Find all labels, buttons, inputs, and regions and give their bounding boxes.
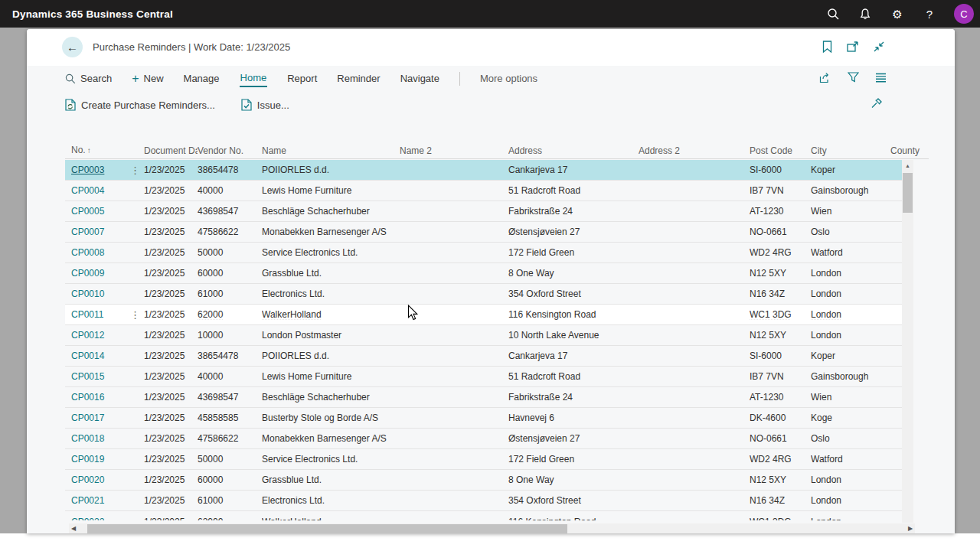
scroll-right-arrow[interactable]: ▶ xyxy=(906,523,915,533)
cell-name2 xyxy=(400,511,508,517)
back-arrow-icon: ← xyxy=(67,41,78,54)
cell-no[interactable]: CP0019 xyxy=(71,454,130,465)
cell-date: 1/23/2025 xyxy=(144,247,198,258)
help-icon[interactable]: ? xyxy=(922,6,937,21)
back-button[interactable]: ← xyxy=(62,37,83,57)
cell-name: London Postmaster xyxy=(262,330,400,341)
menu-navigate[interactable]: Navigate xyxy=(400,73,439,84)
menu-home[interactable]: Home xyxy=(240,70,268,87)
bookmark-icon[interactable] xyxy=(820,40,834,54)
cell-no[interactable]: CP0008 xyxy=(71,247,130,258)
cell-city: Gainsborough xyxy=(811,185,890,196)
table-row[interactable]: CP0003⋮1/23/202538654478POIIORLES d.d.Ca… xyxy=(65,160,902,181)
user-avatar[interactable]: C xyxy=(954,4,974,24)
menu-reminder[interactable]: Reminder xyxy=(337,73,380,84)
cell-no[interactable]: CP0016 xyxy=(71,392,130,403)
column-header-date[interactable]: Document Date xyxy=(144,146,198,158)
cell-city: Koper xyxy=(811,165,890,175)
create-purchase-reminders-button[interactable]: Create Purchase Reminders... xyxy=(65,99,215,111)
cell-no[interactable]: CP0012 xyxy=(71,330,130,341)
table-row[interactable]: CP00041/23/202540000Lewis Home Furniture… xyxy=(65,181,902,201)
cell-no[interactable]: CP0009 xyxy=(71,268,130,279)
column-header-address2[interactable]: Address 2 xyxy=(639,146,750,158)
cell-no[interactable]: CP0018 xyxy=(71,433,130,444)
cell-city: London xyxy=(811,309,890,320)
cell-no[interactable]: CP0005 xyxy=(71,206,130,217)
column-header-name[interactable]: Name xyxy=(262,146,400,158)
view-options-icon[interactable] xyxy=(874,70,887,84)
scroll-up-arrow[interactable]: ▲ xyxy=(902,160,913,168)
table-row[interactable]: CP00141/23/202538654478POIIORLES d.d.Can… xyxy=(65,346,902,367)
action-bar-divider xyxy=(459,72,460,86)
more-options-button[interactable]: More options xyxy=(480,73,537,84)
table-row[interactable]: CP00221/23/202562000WalkerHolland116 Ken… xyxy=(65,511,902,520)
column-header-vendor[interactable]: Vendor No. xyxy=(198,146,262,158)
cell-no[interactable]: CP0020 xyxy=(71,474,130,485)
column-header-name2[interactable]: Name 2 xyxy=(400,146,508,158)
column-header-address[interactable]: Address xyxy=(508,146,639,158)
menu-report[interactable]: Report xyxy=(287,73,317,84)
pin-icon[interactable] xyxy=(871,97,884,111)
cell-no[interactable]: CP0004 xyxy=(71,185,130,196)
table-row[interactable]: CP00191/23/202550000Service Electronics … xyxy=(65,449,902,470)
table-row[interactable]: CP00071/23/202547586622Monabekken Barnes… xyxy=(65,222,902,243)
collapse-icon[interactable] xyxy=(872,40,886,54)
cell-no[interactable]: CP0011 xyxy=(71,309,130,320)
cell-no[interactable]: CP0014 xyxy=(71,350,130,361)
column-header-no[interactable]: No.↑ xyxy=(71,145,130,158)
notifications-icon[interactable] xyxy=(858,6,873,21)
filter-icon[interactable] xyxy=(846,70,860,84)
issue-button[interactable]: Issue... xyxy=(241,99,289,111)
cell-address: 116 Kensington Road xyxy=(508,309,639,320)
cell-address: Fabrikstraße 24 xyxy=(508,206,639,217)
column-header-post[interactable]: Post Code xyxy=(750,146,811,158)
cell-address: 51 Radcroft Road xyxy=(508,185,639,196)
cell-no[interactable]: CP0007 xyxy=(71,227,130,237)
settings-icon[interactable]: ⚙ xyxy=(890,6,905,21)
vertical-scrollbar[interactable]: ▲ xyxy=(902,160,913,523)
table-row[interactable]: CP00051/23/202543698547Beschläge Schache… xyxy=(65,201,902,222)
cell-name: Electronics Ltd. xyxy=(262,495,400,506)
cell-name: Monabekken Barnesenger A/S xyxy=(262,227,400,237)
table-row[interactable]: CP00091/23/202560000Grassblue Ltd.8 One … xyxy=(65,263,902,284)
table-row[interactable]: CP00101/23/202561000Electronics Ltd.354 … xyxy=(65,284,902,305)
menu-manage[interactable]: Manage xyxy=(184,73,220,84)
cell-vendor: 45858585 xyxy=(198,412,262,423)
column-header-city[interactable]: City xyxy=(811,146,890,158)
vertical-scrollbar-thumb[interactable] xyxy=(903,173,913,213)
horizontal-scrollbar-track[interactable] xyxy=(78,523,906,533)
cell-no[interactable]: CP0003 xyxy=(71,165,130,175)
horizontal-scrollbar[interactable]: ◀ ▶ xyxy=(69,523,915,533)
table-row[interactable]: CP00081/23/202550000Service Electronics … xyxy=(65,243,902,263)
cell-no[interactable]: CP0015 xyxy=(71,371,130,382)
cell-no[interactable]: CP0021 xyxy=(71,495,130,506)
sort-ascending-icon: ↑ xyxy=(87,146,91,155)
search-icon[interactable] xyxy=(825,6,841,21)
table-row[interactable]: CP00211/23/202561000Electronics Ltd.354 … xyxy=(65,491,902,511)
cell-no[interactable]: CP0022 xyxy=(71,511,130,520)
row-menu-icon[interactable]: ⋮ xyxy=(130,165,144,176)
cell-date: 1/23/2025 xyxy=(144,433,198,444)
new-button[interactable]: + New xyxy=(132,73,163,85)
search-list-button[interactable]: Search xyxy=(65,73,112,84)
row-menu-icon[interactable]: ⋮ xyxy=(130,309,144,321)
table-row[interactable]: CP00201/23/202560000Grassblue Ltd.8 One … xyxy=(65,470,902,491)
open-in-new-window-icon[interactable] xyxy=(846,40,860,54)
cell-city: Gainsborough xyxy=(811,371,890,382)
horizontal-scrollbar-thumb[interactable] xyxy=(87,524,567,533)
cell-name: Grassblue Ltd. xyxy=(262,474,400,485)
column-header-county[interactable]: County xyxy=(890,146,921,158)
table-row[interactable]: CP00181/23/202547586622Monabekken Barnes… xyxy=(65,429,902,449)
cell-menu[interactable] xyxy=(130,511,144,517)
table-row[interactable]: CP0011⋮1/23/202562000WalkerHolland116 Ke… xyxy=(65,305,902,325)
cell-date: 1/23/2025 xyxy=(144,185,198,196)
table-row[interactable]: CP00161/23/202543698547Beschläge Schache… xyxy=(65,387,902,408)
table-row[interactable]: CP00151/23/202540000Lewis Home Furniture… xyxy=(65,367,902,387)
share-icon[interactable] xyxy=(818,70,832,84)
table-row[interactable]: CP00171/23/202545858585Busterby Stole og… xyxy=(65,408,902,429)
scroll-left-arrow[interactable]: ◀ xyxy=(69,523,78,533)
cell-no[interactable]: CP0017 xyxy=(71,412,130,423)
table-row[interactable]: CP00121/23/202510000London Postmaster10 … xyxy=(65,325,902,346)
cell-no[interactable]: CP0010 xyxy=(71,289,130,299)
cell-address: 172 Field Green xyxy=(508,454,639,465)
